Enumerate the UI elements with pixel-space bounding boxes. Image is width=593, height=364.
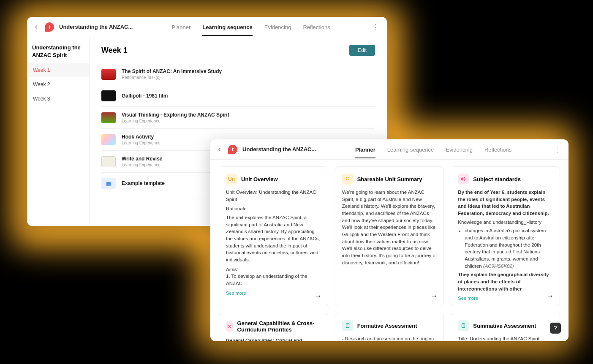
target-icon: [458, 174, 469, 185]
standards-bullet: changes in Australia's political system …: [465, 227, 553, 269]
list-item[interactable]: Gallipoli - 1981 film: [101, 85, 375, 107]
arrow-right-icon[interactable]: →: [314, 292, 322, 301]
card-summative-assessment[interactable]: Summative Assessment Title: Understandin…: [451, 313, 560, 341]
tab-evidencing[interactable]: Evidencing: [446, 141, 473, 158]
more-menu-icon[interactable]: ⋮: [369, 22, 382, 32]
gcap-line1: General Capabilities: Critical and Creat…: [226, 337, 321, 341]
see-more-link[interactable]: See more: [458, 296, 553, 301]
back-button[interactable]: [215, 145, 224, 154]
svg-point-2: [462, 178, 465, 180]
summary-text: We're going to learn about the ANZAC Spi…: [342, 189, 437, 266]
card-shareable-summary[interactable]: Shareable Unit Summary We're going to le…: [335, 166, 444, 306]
sidebar: Understanding the ANZAC Spirit Week 1 We…: [27, 37, 90, 226]
more-menu-icon[interactable]: ⋮: [551, 145, 563, 154]
see-more-link[interactable]: See more: [226, 291, 321, 296]
thumbnail-icon: [101, 134, 116, 145]
card-formative-assessment[interactable]: Formative Assessment - Research and pres…: [335, 313, 444, 341]
topbar: Understanding the ANZAC... Planner Learn…: [210, 139, 569, 160]
sa-l1: Title: Understanding the ANZAC Spirit: [458, 335, 553, 341]
svg-point-1: [462, 177, 465, 181]
sidebar-item-week1[interactable]: Week 1: [27, 63, 89, 77]
card-unit-overview[interactable]: Un Unit Overview Unit Overview: Understa…: [219, 166, 328, 306]
tab-evidencing[interactable]: Evidencing: [264, 18, 291, 35]
item-title: Example template: [122, 180, 165, 186]
tab-planner[interactable]: Planner: [355, 141, 375, 158]
app-logo: [228, 145, 237, 154]
thumbnail-icon: [101, 156, 116, 167]
card-title: Summative Assessment: [473, 323, 536, 329]
tab-learning-sequence[interactable]: Learning sequence: [202, 18, 252, 35]
item-title: Write and Revise: [122, 156, 162, 162]
fa-l1: - Research and presentation on the origi…: [342, 335, 437, 341]
standards-sub1: Knowledge and understanding_History: [458, 219, 553, 226]
card-title: Subject standards: [473, 176, 521, 182]
tab-planner[interactable]: Planner: [172, 18, 191, 35]
tabs: Planner Learning sequence Evidencing Ref…: [355, 141, 511, 158]
app-logo: [45, 22, 54, 32]
page-title: Understanding the ANZAC...: [242, 146, 316, 152]
tab-reflections[interactable]: Reflections: [484, 141, 511, 158]
card-title: General Capabilities & Cross-Curriculum …: [237, 320, 321, 333]
item-subtitle: Learning Experience: [122, 141, 160, 145]
sidebar-title: Understanding the ANZAC Spirit: [27, 37, 89, 63]
help-button[interactable]: ?: [550, 323, 561, 334]
item-subtitle: Performance Task(s): [122, 75, 222, 80]
standards-bold1: By the end of Year 6, students explain t…: [458, 189, 553, 217]
aims-label: Aims:: [226, 266, 321, 273]
item-title: The Spirit of ANZAC: An Immersive Study: [122, 68, 222, 74]
doc-icon: ▦: [101, 178, 116, 189]
rationale-text: The unit explores the ANZAC Spirit, a si…: [226, 214, 321, 263]
tab-learning-sequence[interactable]: Learning sequence: [387, 141, 434, 158]
tabs: Planner Learning sequence Evidencing Ref…: [172, 18, 330, 35]
list-item[interactable]: Visual Thinking - Exploring the ANZAC Sp…: [101, 107, 375, 129]
page-title: Understanding the ANZAC...: [59, 24, 133, 30]
item-title: Gallipoli - 1981 film: [122, 93, 168, 99]
card-title: Shareable Unit Summary: [357, 176, 422, 182]
overview-icon: Un: [226, 174, 237, 185]
overview-line1: Unit Overview: Understanding the ANZAC S…: [226, 189, 321, 203]
standards-bold2: They explain the geographical diversity …: [458, 271, 553, 292]
item-title: Visual Thinking - Exploring the ANZAC Sp…: [122, 112, 229, 118]
aim1: 1. To develop an understanding of the AN…: [226, 273, 321, 287]
card-subject-standards[interactable]: Subject standards By the end of Year 6, …: [451, 166, 560, 306]
thumbnail-icon: [101, 90, 116, 101]
sidebar-item-week3[interactable]: Week 3: [27, 92, 89, 106]
item-subtitle: Learning Experience: [122, 119, 229, 123]
week-heading: Week 1: [101, 46, 128, 55]
card-general-capabilities[interactable]: General Capabilities & Cross-Curriculum …: [219, 313, 328, 341]
rationale-label: Rationale:: [226, 205, 321, 212]
card-title: Unit Overview: [241, 176, 278, 182]
card-title: Formative Assessment: [357, 323, 417, 329]
sidebar-item-week2[interactable]: Week 2: [27, 77, 89, 92]
tab-reflections[interactable]: Reflections: [303, 18, 330, 35]
clipboard-icon: [342, 320, 353, 331]
lightbulb-icon: [342, 174, 353, 185]
clipboard-icon: [458, 320, 469, 331]
list-item[interactable]: The Spirit of ANZAC: An Immersive Study …: [101, 63, 375, 85]
window-planner: Understanding the ANZAC... Planner Learn…: [210, 139, 569, 341]
thumbnail-icon: [101, 112, 116, 123]
arrow-right-icon[interactable]: →: [546, 292, 554, 301]
item-title: Hook Activity: [122, 134, 160, 140]
item-subtitle: Learning Experience: [122, 163, 162, 167]
topbar: Understanding the ANZAC... Planner Learn…: [27, 17, 387, 37]
capabilities-icon: [226, 321, 233, 332]
svg-point-0: [346, 177, 349, 180]
arrow-right-icon[interactable]: →: [430, 292, 438, 301]
back-button[interactable]: [32, 23, 41, 31]
thumbnail-icon: [101, 69, 116, 80]
edit-button[interactable]: Edit: [349, 45, 375, 56]
